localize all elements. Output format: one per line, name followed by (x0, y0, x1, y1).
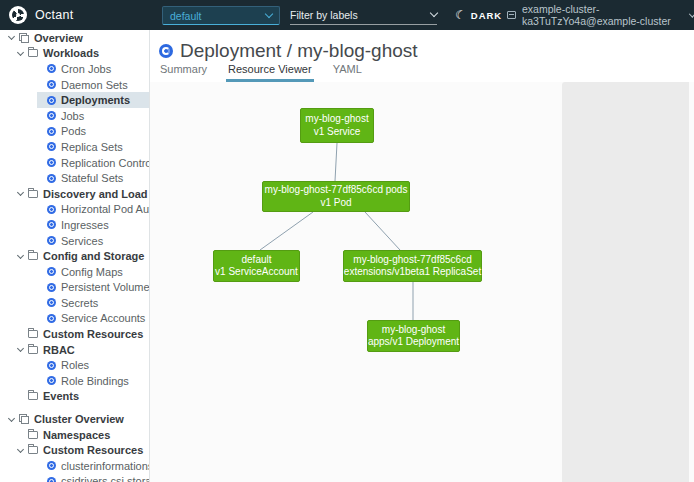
tab-summary[interactable]: Summary (158, 63, 209, 82)
resource-icon (47, 174, 56, 183)
chevron-down-icon[interactable] (15, 192, 25, 195)
graph-edge (335, 143, 337, 181)
sidebar-item-config-and-storage[interactable]: Config and Storage (0, 248, 149, 264)
resource-icon (47, 142, 56, 151)
sidebar-item-label: Overview (34, 32, 83, 44)
sidebar-item-deployments[interactable]: Deployments (0, 92, 149, 108)
node-label-line: my-blog-ghost (382, 324, 445, 337)
node-label-line: my-blog-ghost-77df85c6cd pods (265, 184, 408, 197)
page-title-row: Deployment / my-blog-ghost (159, 40, 418, 62)
serviceaccount-node[interactable]: defaultv1 ServiceAccount (213, 250, 300, 282)
resource-icon (47, 111, 56, 120)
replicaset-node[interactable]: my-blog-ghost-77df85c6cdextensions/v1bet… (343, 250, 482, 282)
namespace-select[interactable]: default (162, 6, 280, 25)
sidebar-item-roles[interactable]: Roles (0, 357, 149, 373)
app-name: Octant (35, 8, 74, 22)
resource-icon (47, 80, 56, 89)
sidebar-item-custom-resources[interactable]: Custom Resources (0, 326, 149, 342)
chevron-down-icon[interactable] (6, 36, 16, 39)
sidebar-item-label: Horizontal Pod Autoscalers (61, 203, 150, 215)
sidebar-item-cron-jobs[interactable]: Cron Jobs (0, 61, 149, 77)
sidebar-item-role-bindings[interactable]: Role Bindings (0, 373, 149, 389)
sidebar-item-label: Roles (61, 359, 89, 371)
sidebar-item-label: Config and Storage (43, 250, 144, 262)
octant-logo-icon (9, 6, 27, 24)
sidebar-item-clusterinformations-crd-projec[interactable]: clusterinformations.crd.projec (0, 458, 149, 474)
graph-edge (260, 212, 313, 250)
resource-icon (47, 298, 56, 307)
sidebar-item-config-maps[interactable]: Config Maps (0, 264, 149, 280)
service-node[interactable]: my-blog-ghostv1 Service (300, 108, 374, 143)
tab-bar: SummaryResource ViewerYAML (158, 66, 381, 82)
sidebar-nav: OverviewWorkloadsCron JobsDaemon SetsDep… (0, 30, 150, 482)
sidebar-item-horizontal-pod-autoscalers[interactable]: Horizontal Pod Autoscalers (0, 202, 149, 218)
chevron-down-icon[interactable] (15, 348, 25, 351)
sidebar-item-service-accounts[interactable]: Service Accounts (0, 311, 149, 327)
chevron-down-icon[interactable] (6, 418, 16, 421)
sidebar-item-stateful-sets[interactable]: Stateful Sets (0, 170, 149, 186)
sidebar-item-label: Discovery and Load Balancing (43, 188, 150, 200)
sidebar-item-ingresses[interactable]: Ingresses (0, 217, 149, 233)
resource-icon (47, 267, 56, 276)
folder-icon (28, 346, 38, 354)
pod-node[interactable]: my-blog-ghost-77df85c6cd podsv1 Pod (262, 181, 410, 212)
sidebar-item-namespaces[interactable]: Namespaces (0, 427, 149, 443)
sidebar-item-label: Custom Resources (43, 444, 143, 456)
sidebar-item-workloads[interactable]: Workloads (0, 46, 149, 62)
dark-theme-toggle[interactable]: ☾ DARK (455, 0, 502, 30)
theme-toggle-label: DARK (471, 10, 502, 21)
main-content: Deployment / my-blog-ghost SummaryResour… (150, 30, 694, 482)
sidebar-item-custom-resources[interactable]: Custom Resources (0, 442, 149, 458)
sidebar-item-label: clusterinformations.crd.projec (61, 460, 150, 472)
sidebar-item-services[interactable]: Services (0, 233, 149, 249)
namespace-select-value: default (170, 10, 202, 22)
resource-icon (47, 64, 56, 73)
node-label-line: default (241, 254, 271, 267)
sidebar-item-pods[interactable]: Pods (0, 124, 149, 140)
resource-icon (47, 220, 56, 229)
sidebar-item-persistent-volume-claims[interactable]: Persistent Volume Claims (0, 280, 149, 296)
sidebar-item-label: Replication Controllers (61, 157, 150, 169)
sidebar-item-label: Service Accounts (61, 312, 145, 324)
sidebar-item-cluster-overview[interactable]: Cluster Overview (0, 411, 149, 427)
sidebar-item-overview[interactable]: Overview (0, 30, 149, 46)
cluster-context-selector[interactable]: example-cluster-ka3TuTzYo4a@example-clus… (507, 0, 694, 30)
folder-icon (28, 190, 38, 198)
sidebar-item-replica-sets[interactable]: Replica Sets (0, 139, 149, 155)
tab-yaml[interactable]: YAML (331, 63, 364, 82)
folder-icon (28, 446, 38, 454)
sidebar-item-events[interactable]: Events (0, 389, 149, 405)
chevron-down-icon[interactable] (15, 255, 25, 258)
sidebar-item-label: Custom Resources (43, 328, 143, 340)
sidebar-item-label: Role Bindings (61, 375, 129, 387)
deployment-node[interactable]: my-blog-ghostapps/v1 Deployment (367, 320, 460, 352)
app-brand[interactable]: Octant (9, 6, 74, 24)
sidebar-item-jobs[interactable]: Jobs (0, 108, 149, 124)
app-header: Octant default ☾ DARK example-cluster-ka… (0, 0, 694, 30)
label-filter-input[interactable] (290, 9, 431, 21)
overview-icon (19, 33, 29, 43)
sidebar-item-daemon-sets[interactable]: Daemon Sets (0, 77, 149, 93)
chevron-down-icon (689, 11, 694, 17)
node-label-line: v1 Service (314, 126, 361, 139)
sidebar-item-replication-controllers[interactable]: Replication Controllers (0, 155, 149, 171)
folder-icon (28, 330, 38, 338)
resource-viewer-graph: my-blog-ghostv1 Servicemy-blog-ghost-77d… (150, 82, 694, 482)
node-label-line: my-blog-ghost-77df85c6cd (353, 254, 471, 267)
sidebar-item-rbac[interactable]: RBAC (0, 342, 149, 358)
label-filter (290, 5, 437, 25)
sidebar-item-label: Config Maps (61, 266, 123, 278)
sidebar-item-secrets[interactable]: Secrets (0, 295, 149, 311)
page-title: Deployment / my-blog-ghost (180, 40, 418, 62)
sidebar-item-label: Stateful Sets (61, 172, 123, 184)
cluster-icon (507, 11, 516, 19)
sidebar-item-discovery-and-load-balancing[interactable]: Discovery and Load Balancing (0, 186, 149, 202)
sidebar-item-csidrivers-csi-storage-k8s-io[interactable]: csidrivers.csi.storage.k8s.io (0, 474, 149, 482)
chevron-down-icon[interactable] (15, 52, 25, 55)
resource-icon (47, 376, 56, 385)
tab-resource-viewer[interactable]: Resource Viewer (226, 63, 314, 82)
sidebar-item-label: Jobs (61, 110, 84, 122)
overview-icon (19, 414, 29, 424)
chevron-down-icon[interactable] (15, 449, 25, 452)
deployment-icon (159, 44, 173, 58)
